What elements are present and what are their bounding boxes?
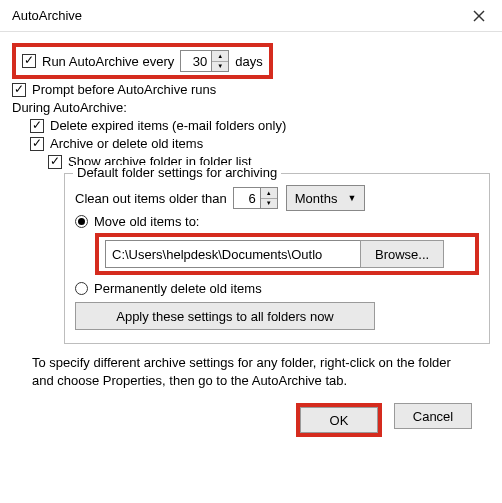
archive-old-row: Archive or delete old items xyxy=(30,136,490,151)
delete-expired-label: Delete expired items (e-mail folders onl… xyxy=(50,118,286,133)
fieldset-legend: Default folder settings for archiving xyxy=(73,165,281,180)
run-autoarchive-spinner[interactable]: ▲ ▼ xyxy=(211,50,229,72)
during-label: During AutoArchive: xyxy=(12,100,127,115)
title-bar: AutoArchive xyxy=(0,0,502,32)
run-autoarchive-days-input[interactable] xyxy=(180,50,212,72)
ok-button[interactable]: OK xyxy=(300,407,378,433)
run-autoarchive-label-suffix: days xyxy=(235,54,262,69)
prompt-checkbox[interactable] xyxy=(12,83,26,97)
dialog-content: Run AutoArchive every ▲ ▼ days Prompt be… xyxy=(0,32,502,445)
cleanout-label: Clean out items older than xyxy=(75,191,227,206)
run-autoarchive-label-prefix: Run AutoArchive every xyxy=(42,54,174,69)
show-folder-checkbox[interactable] xyxy=(48,155,62,169)
prompt-label: Prompt before AutoArchive runs xyxy=(32,82,216,97)
cleanout-unit-select[interactable]: Months ▼ xyxy=(286,185,366,211)
during-label-row: During AutoArchive: xyxy=(12,100,490,115)
perm-delete-label: Permanently delete old items xyxy=(94,281,262,296)
perm-delete-row: Permanently delete old items xyxy=(75,281,479,296)
move-old-radio[interactable] xyxy=(75,215,88,228)
chevron-up-icon: ▲ xyxy=(261,188,277,199)
close-button[interactable] xyxy=(456,0,502,32)
window-title: AutoArchive xyxy=(12,8,82,23)
chevron-up-icon: ▲ xyxy=(212,51,228,62)
archive-path-highlight: Browse... xyxy=(95,233,479,275)
perm-delete-radio[interactable] xyxy=(75,282,88,295)
chevron-down-icon: ▼ xyxy=(261,199,277,209)
ok-highlight: OK xyxy=(296,403,382,437)
info-text: To specify different archive settings fo… xyxy=(32,354,470,389)
default-folder-fieldset: Default folder settings for archiving Cl… xyxy=(64,173,490,344)
cleanout-unit-label: Months xyxy=(295,191,338,206)
dialog-footer: OK Cancel xyxy=(12,389,490,437)
cleanout-value-input[interactable] xyxy=(233,187,261,209)
move-old-label: Move old items to: xyxy=(94,214,200,229)
run-autoarchive-highlight: Run AutoArchive every ▲ ▼ days xyxy=(12,43,273,79)
archive-old-checkbox[interactable] xyxy=(30,137,44,151)
apply-row: Apply these settings to all folders now xyxy=(75,302,479,330)
cleanout-row: Clean out items older than ▲ ▼ Months ▼ xyxy=(75,185,479,211)
close-icon xyxy=(473,10,485,22)
browse-button[interactable]: Browse... xyxy=(360,240,444,268)
delete-expired-checkbox[interactable] xyxy=(30,119,44,133)
archive-old-label: Archive or delete old items xyxy=(50,136,203,151)
run-autoarchive-row: Run AutoArchive every ▲ ▼ days xyxy=(12,43,490,79)
prompt-row: Prompt before AutoArchive runs xyxy=(12,82,490,97)
archive-path-input[interactable] xyxy=(105,240,361,268)
chevron-down-icon: ▼ xyxy=(347,193,356,203)
run-autoarchive-checkbox[interactable] xyxy=(22,54,36,68)
cancel-button[interactable]: Cancel xyxy=(394,403,472,429)
apply-settings-button[interactable]: Apply these settings to all folders now xyxy=(75,302,375,330)
chevron-down-icon: ▼ xyxy=(212,62,228,72)
delete-expired-row: Delete expired items (e-mail folders onl… xyxy=(30,118,490,133)
move-old-row: Move old items to: xyxy=(75,214,479,229)
cleanout-spinner[interactable]: ▲ ▼ xyxy=(260,187,278,209)
